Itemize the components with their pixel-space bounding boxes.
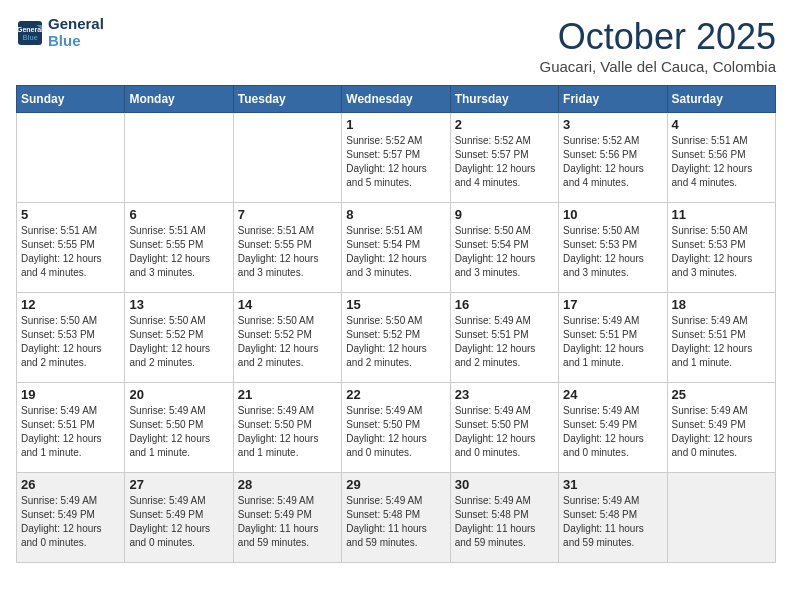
- day-content: Sunrise: 5:49 AMSunset: 5:51 PMDaylight:…: [455, 314, 554, 370]
- day-cell: 2Sunrise: 5:52 AMSunset: 5:57 PMDaylight…: [450, 113, 558, 203]
- day-cell: 18Sunrise: 5:49 AMSunset: 5:51 PMDayligh…: [667, 293, 775, 383]
- day-content: Sunrise: 5:50 AMSunset: 5:53 PMDaylight:…: [21, 314, 120, 370]
- day-number: 13: [129, 297, 228, 312]
- week-row-1: 1Sunrise: 5:52 AMSunset: 5:57 PMDaylight…: [17, 113, 776, 203]
- day-cell: 14Sunrise: 5:50 AMSunset: 5:52 PMDayligh…: [233, 293, 341, 383]
- day-content: Sunrise: 5:49 AMSunset: 5:51 PMDaylight:…: [672, 314, 771, 370]
- day-cell: 16Sunrise: 5:49 AMSunset: 5:51 PMDayligh…: [450, 293, 558, 383]
- day-cell: 12Sunrise: 5:50 AMSunset: 5:53 PMDayligh…: [17, 293, 125, 383]
- day-content: Sunrise: 5:49 AMSunset: 5:49 PMDaylight:…: [21, 494, 120, 550]
- day-cell: 7Sunrise: 5:51 AMSunset: 5:55 PMDaylight…: [233, 203, 341, 293]
- logo-icon: General Blue: [16, 19, 44, 47]
- day-cell: 15Sunrise: 5:50 AMSunset: 5:52 PMDayligh…: [342, 293, 450, 383]
- calendar-body: 1Sunrise: 5:52 AMSunset: 5:57 PMDaylight…: [17, 113, 776, 563]
- day-content: Sunrise: 5:49 AMSunset: 5:49 PMDaylight:…: [563, 404, 662, 460]
- month-title: October 2025: [539, 16, 776, 58]
- svg-rect-0: [18, 21, 42, 45]
- day-cell: 24Sunrise: 5:49 AMSunset: 5:49 PMDayligh…: [559, 383, 667, 473]
- day-cell: 22Sunrise: 5:49 AMSunset: 5:50 PMDayligh…: [342, 383, 450, 473]
- day-content: Sunrise: 5:50 AMSunset: 5:52 PMDaylight:…: [129, 314, 228, 370]
- day-cell: 20Sunrise: 5:49 AMSunset: 5:50 PMDayligh…: [125, 383, 233, 473]
- day-number: 6: [129, 207, 228, 222]
- day-number: 30: [455, 477, 554, 492]
- day-number: 22: [346, 387, 445, 402]
- day-cell: 23Sunrise: 5:49 AMSunset: 5:50 PMDayligh…: [450, 383, 558, 473]
- page-header: General Blue General Blue October 2025 G…: [16, 16, 776, 75]
- header-cell-wednesday: Wednesday: [342, 86, 450, 113]
- day-content: Sunrise: 5:49 AMSunset: 5:50 PMDaylight:…: [238, 404, 337, 460]
- day-content: Sunrise: 5:50 AMSunset: 5:53 PMDaylight:…: [563, 224, 662, 280]
- title-block: October 2025 Guacari, Valle del Cauca, C…: [539, 16, 776, 75]
- day-cell: 19Sunrise: 5:49 AMSunset: 5:51 PMDayligh…: [17, 383, 125, 473]
- week-row-4: 19Sunrise: 5:49 AMSunset: 5:51 PMDayligh…: [17, 383, 776, 473]
- day-number: 19: [21, 387, 120, 402]
- day-number: 11: [672, 207, 771, 222]
- day-number: 27: [129, 477, 228, 492]
- day-cell: 27Sunrise: 5:49 AMSunset: 5:49 PMDayligh…: [125, 473, 233, 563]
- day-number: 18: [672, 297, 771, 312]
- day-content: Sunrise: 5:50 AMSunset: 5:54 PMDaylight:…: [455, 224, 554, 280]
- day-cell: 13Sunrise: 5:50 AMSunset: 5:52 PMDayligh…: [125, 293, 233, 383]
- header-row: SundayMondayTuesdayWednesdayThursdayFrid…: [17, 86, 776, 113]
- day-content: Sunrise: 5:50 AMSunset: 5:52 PMDaylight:…: [238, 314, 337, 370]
- day-number: 3: [563, 117, 662, 132]
- day-number: 25: [672, 387, 771, 402]
- week-row-3: 12Sunrise: 5:50 AMSunset: 5:53 PMDayligh…: [17, 293, 776, 383]
- day-content: Sunrise: 5:49 AMSunset: 5:48 PMDaylight:…: [455, 494, 554, 550]
- day-cell: 5Sunrise: 5:51 AMSunset: 5:55 PMDaylight…: [17, 203, 125, 293]
- header-cell-saturday: Saturday: [667, 86, 775, 113]
- day-number: 29: [346, 477, 445, 492]
- day-content: Sunrise: 5:49 AMSunset: 5:49 PMDaylight:…: [238, 494, 337, 550]
- day-number: 12: [21, 297, 120, 312]
- day-content: Sunrise: 5:49 AMSunset: 5:51 PMDaylight:…: [563, 314, 662, 370]
- day-cell: 10Sunrise: 5:50 AMSunset: 5:53 PMDayligh…: [559, 203, 667, 293]
- week-row-2: 5Sunrise: 5:51 AMSunset: 5:55 PMDaylight…: [17, 203, 776, 293]
- day-content: Sunrise: 5:52 AMSunset: 5:57 PMDaylight:…: [455, 134, 554, 190]
- day-number: 15: [346, 297, 445, 312]
- day-content: Sunrise: 5:51 AMSunset: 5:56 PMDaylight:…: [672, 134, 771, 190]
- day-content: Sunrise: 5:49 AMSunset: 5:50 PMDaylight:…: [346, 404, 445, 460]
- day-cell: 8Sunrise: 5:51 AMSunset: 5:54 PMDaylight…: [342, 203, 450, 293]
- logo-text-line1: General: [48, 16, 104, 33]
- day-cell: 1Sunrise: 5:52 AMSunset: 5:57 PMDaylight…: [342, 113, 450, 203]
- day-number: 28: [238, 477, 337, 492]
- day-cell: [667, 473, 775, 563]
- day-number: 9: [455, 207, 554, 222]
- day-cell: 4Sunrise: 5:51 AMSunset: 5:56 PMDaylight…: [667, 113, 775, 203]
- logo-text-line2: Blue: [48, 33, 104, 50]
- day-content: Sunrise: 5:49 AMSunset: 5:48 PMDaylight:…: [346, 494, 445, 550]
- day-cell: 30Sunrise: 5:49 AMSunset: 5:48 PMDayligh…: [450, 473, 558, 563]
- day-number: 23: [455, 387, 554, 402]
- day-cell: 9Sunrise: 5:50 AMSunset: 5:54 PMDaylight…: [450, 203, 558, 293]
- day-cell: 11Sunrise: 5:50 AMSunset: 5:53 PMDayligh…: [667, 203, 775, 293]
- day-cell: [125, 113, 233, 203]
- day-number: 14: [238, 297, 337, 312]
- header-cell-friday: Friday: [559, 86, 667, 113]
- header-cell-thursday: Thursday: [450, 86, 558, 113]
- day-content: Sunrise: 5:50 AMSunset: 5:52 PMDaylight:…: [346, 314, 445, 370]
- day-content: Sunrise: 5:49 AMSunset: 5:48 PMDaylight:…: [563, 494, 662, 550]
- day-content: Sunrise: 5:49 AMSunset: 5:50 PMDaylight:…: [129, 404, 228, 460]
- header-cell-sunday: Sunday: [17, 86, 125, 113]
- day-content: Sunrise: 5:51 AMSunset: 5:55 PMDaylight:…: [129, 224, 228, 280]
- header-cell-monday: Monday: [125, 86, 233, 113]
- day-number: 24: [563, 387, 662, 402]
- day-cell: [233, 113, 341, 203]
- day-content: Sunrise: 5:52 AMSunset: 5:57 PMDaylight:…: [346, 134, 445, 190]
- day-content: Sunrise: 5:50 AMSunset: 5:53 PMDaylight:…: [672, 224, 771, 280]
- day-content: Sunrise: 5:51 AMSunset: 5:55 PMDaylight:…: [21, 224, 120, 280]
- day-number: 2: [455, 117, 554, 132]
- header-cell-tuesday: Tuesday: [233, 86, 341, 113]
- day-number: 7: [238, 207, 337, 222]
- day-cell: [17, 113, 125, 203]
- day-cell: 31Sunrise: 5:49 AMSunset: 5:48 PMDayligh…: [559, 473, 667, 563]
- day-number: 20: [129, 387, 228, 402]
- day-cell: 6Sunrise: 5:51 AMSunset: 5:55 PMDaylight…: [125, 203, 233, 293]
- day-number: 17: [563, 297, 662, 312]
- day-cell: 17Sunrise: 5:49 AMSunset: 5:51 PMDayligh…: [559, 293, 667, 383]
- day-content: Sunrise: 5:49 AMSunset: 5:50 PMDaylight:…: [455, 404, 554, 460]
- day-cell: 21Sunrise: 5:49 AMSunset: 5:50 PMDayligh…: [233, 383, 341, 473]
- day-cell: 28Sunrise: 5:49 AMSunset: 5:49 PMDayligh…: [233, 473, 341, 563]
- day-content: Sunrise: 5:51 AMSunset: 5:54 PMDaylight:…: [346, 224, 445, 280]
- day-number: 26: [21, 477, 120, 492]
